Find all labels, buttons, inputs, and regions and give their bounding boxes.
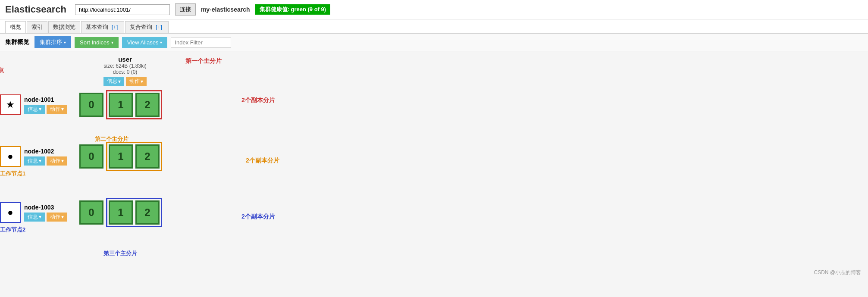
node-1001-shard-0[interactable]: 0 [79, 93, 103, 117]
annotation-replica-node2: 2个副本分片 [246, 157, 279, 165]
node-1001-action-button[interactable]: 动作 ▾ [47, 105, 67, 114]
sort-cluster-label: 集群排序 [40, 38, 62, 46]
node-1001-shard-2[interactable]: 2 [135, 93, 160, 117]
node-1002-shard-1[interactable]: 1 [109, 144, 133, 169]
node-1001-shard-1[interactable]: 1 [109, 93, 133, 117]
annotation-replica-node3: 2个副本分片 [241, 213, 275, 221]
node-1002-buttons: 信息 ▾ 动作 ▾ [24, 156, 67, 166]
annotation-replica-node1: 2个副本分片 [241, 97, 275, 104]
node-1003-icon: ● [0, 202, 21, 223]
node-row-1002: 工作节点1 ● node-1002 信息 ▾ 动作 ▾ 0 1 2 [0, 142, 162, 171]
index-header: user size: 624B (1.83ki) docs: 0 (0) 信息 … [103, 56, 147, 86]
node-row-1003: 工作节点2 ● node-1003 信息 ▾ 动作 ▾ 0 1 2 [0, 198, 162, 227]
annotation-third-primary: 第三个主分片 [103, 250, 137, 257]
node-1002-icon: ● [0, 146, 21, 167]
tab-data-browser[interactable]: 数据浏览 [48, 21, 80, 33]
node-1001-info: node-1001 信息 ▾ 动作 ▾ [24, 96, 67, 114]
toolbar: 集群概览 集群排序 ▾ Sort Indices ▾ View Aliases … [0, 34, 868, 51]
node-1001-info-button[interactable]: 信息 ▾ [24, 105, 45, 114]
index-name: user [103, 56, 147, 63]
basic-query-plus[interactable]: [+] [110, 22, 120, 32]
url-input[interactable] [75, 4, 170, 15]
node-1002-action-button[interactable]: 动作 ▾ [47, 156, 67, 166]
index-info-label: 信息 [107, 78, 117, 85]
tab-basic-query[interactable]: 基本查询 [+] [81, 21, 124, 33]
connect-button[interactable]: 连接 [175, 3, 196, 16]
node-1002-shard-0[interactable]: 0 [79, 144, 103, 169]
header: Elasticsearch 连接 my-elasticsearch 集群健康值:… [0, 0, 868, 19]
index-action-label: 动作 [129, 78, 140, 85]
node-1003-action-arrow: ▾ [61, 214, 64, 220]
sort-cluster-button[interactable]: 集群排序 ▾ [34, 36, 71, 48]
view-aliases-arrow: ▾ [160, 40, 162, 45]
complex-query-plus[interactable]: [+] [154, 22, 164, 32]
node-1001-shards: 0 1 2 [79, 90, 162, 119]
sort-indices-label: Sort Indices [80, 39, 110, 46]
node-1003-name: node-1003 [24, 204, 67, 211]
node-1003-shard-1[interactable]: 1 [109, 200, 133, 225]
node-1001-action-arrow: ▾ [61, 106, 64, 112]
index-info-arrow: ▾ [118, 78, 121, 84]
node-1002-replica-group: 1 2 [106, 142, 162, 171]
view-aliases-label: View Aliases [127, 39, 159, 46]
node-1002-shard-2[interactable]: 2 [135, 144, 160, 169]
tab-complex-query[interactable]: 复合查询 [+] [125, 21, 168, 33]
node-1003-buttons: 信息 ▾ 动作 ▾ [24, 213, 67, 222]
health-badge: 集群健康值: green (9 of 9) [255, 4, 331, 15]
sort-indices-arrow: ▾ [111, 40, 113, 45]
index-docs: docs: 0 (0) [103, 69, 147, 75]
node-1003-shard-0[interactable]: 0 [79, 200, 103, 225]
annotation-first-primary: 第一个主分片 [185, 57, 222, 65]
node-1003-action-button[interactable]: 动作 ▾ [47, 213, 67, 222]
node-1002-shards: 0 1 2 [79, 142, 162, 171]
index-action-button[interactable]: 动作 ▾ [126, 77, 147, 86]
index-filter-input[interactable] [171, 37, 231, 48]
node-1002-info-arrow: ▾ [39, 158, 41, 164]
node-1002-name: node-1002 [24, 148, 67, 155]
annotation-worker2: 工作节点2 [0, 226, 25, 234]
node-1001-name: node-1001 [24, 96, 67, 103]
cluster-overview-label: 集群概览 [5, 38, 29, 46]
node-1001-buttons: 信息 ▾ 动作 ▾ [24, 105, 67, 114]
node-1001-info-arrow: ▾ [39, 106, 41, 112]
node-1001-icon: ★ [0, 94, 21, 115]
view-aliases-button[interactable]: View Aliases ▾ [122, 37, 168, 48]
annotation-worker1: 工作节点1 [0, 170, 25, 178]
watermark: CSDN @小志的博客 [814, 269, 861, 276]
index-info-button[interactable]: 信息 ▾ [103, 77, 124, 86]
index-action-arrow: ▾ [141, 78, 143, 84]
node-1003-info-arrow: ▾ [39, 214, 41, 220]
index-action-buttons: 信息 ▾ 动作 ▾ [103, 77, 147, 86]
node-1003-shards: 0 1 2 [79, 198, 162, 227]
cluster-name: my-elasticsearch [201, 6, 250, 13]
node-1001-replica-group: 1 2 [106, 90, 162, 119]
node-1002-action-arrow: ▾ [61, 158, 64, 164]
index-size: size: 624B (1.83ki) [103, 63, 147, 69]
node-1002-info-button[interactable]: 信息 ▾ [24, 156, 45, 166]
node-1003-info-button[interactable]: 信息 ▾ [24, 213, 45, 222]
annotation-master: 主节点 [0, 66, 4, 74]
node-row-1001: 主节点 ★ node-1001 信息 ▾ 动作 ▾ 0 1 2 [0, 90, 162, 119]
app-title: Elasticsearch [5, 4, 66, 15]
tab-index[interactable]: 索引 [27, 21, 47, 33]
tab-overview[interactable]: 概览 [5, 21, 26, 33]
node-1002-info: node-1002 信息 ▾ 动作 ▾ [24, 148, 67, 166]
node-1003-shard-2[interactable]: 2 [135, 200, 160, 225]
node-1003-info: node-1003 信息 ▾ 动作 ▾ [24, 204, 67, 222]
sort-cluster-arrow: ▾ [64, 40, 66, 45]
sort-indices-button[interactable]: Sort Indices ▾ [75, 37, 119, 48]
main-content: user size: 624B (1.83ki) docs: 0 (0) 信息 … [0, 51, 868, 280]
node-1003-replica-group: 1 2 [106, 198, 162, 227]
nav-tabs: 概览 索引 数据浏览 基本查询 [+] 复合查询 [+] [0, 19, 868, 34]
